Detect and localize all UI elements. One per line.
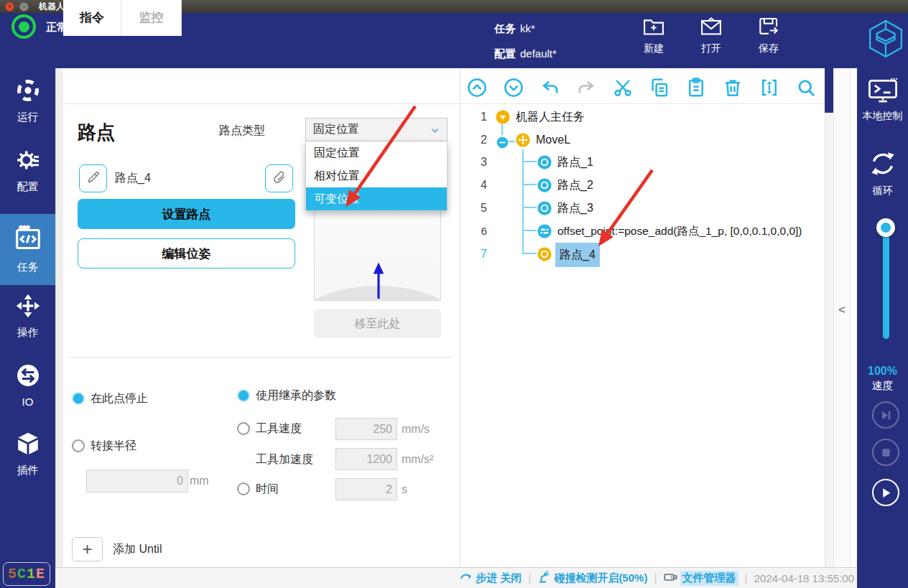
inherit-params-radio[interactable] xyxy=(237,389,250,402)
tab-monitor[interactable]: 监控 xyxy=(121,0,182,36)
tree-row-waypoint1[interactable]: 3 路点_1 xyxy=(460,151,819,174)
dropdown-option-variable[interactable]: 可变位置 xyxy=(306,187,447,210)
sidebar-item-config[interactable]: 配置 xyxy=(0,147,55,200)
add-until-button[interactable]: + xyxy=(72,537,103,561)
step-forward-button[interactable] xyxy=(872,401,899,429)
tool-accel-input[interactable] xyxy=(335,448,397,470)
tool-speed-input[interactable] xyxy=(335,418,397,440)
tree-node-label: 路点_2 xyxy=(557,174,593,197)
waypoint-type-select[interactable]: 固定位置 xyxy=(305,118,448,141)
sidebar-item-plugin[interactable]: 插件 xyxy=(0,431,55,484)
line-number: 1 xyxy=(460,106,487,129)
time-input[interactable] xyxy=(335,478,397,500)
line-number: 4 xyxy=(460,174,487,197)
move-down-button[interactable] xyxy=(501,75,527,101)
time-label: 时间 xyxy=(256,482,279,497)
app-window: × − 机器人图形化编程环境 正常模式 任务 kk* 配置 default* 新… xyxy=(0,0,908,588)
redo-button[interactable] xyxy=(573,75,599,101)
toolbar-divider xyxy=(460,103,825,104)
new-file-icon xyxy=(642,27,665,39)
insert-button[interactable] xyxy=(756,75,782,101)
search-icon[interactable] xyxy=(793,75,819,101)
tree-node-label: MoveL xyxy=(536,129,570,151)
save-button[interactable]: 保存 xyxy=(749,16,788,55)
cut-button[interactable] xyxy=(610,75,636,101)
tool-speed-unit: mm/s xyxy=(402,423,430,436)
task-label: 任务 xyxy=(494,22,516,36)
rename-button[interactable] xyxy=(79,164,107,192)
line-number: 7 xyxy=(460,243,487,266)
panel-gap xyxy=(55,68,63,588)
move-here-button[interactable]: 移至此处 xyxy=(314,309,441,338)
paperclip-icon xyxy=(272,170,287,187)
speed-label: 速度 xyxy=(857,379,908,393)
tool-accel-label: 工具加速度 xyxy=(256,452,313,467)
tool-speed-radio[interactable] xyxy=(237,422,250,435)
window-minimize-button[interactable]: − xyxy=(19,2,29,11)
sidebar-item-io[interactable]: IO xyxy=(0,363,55,416)
line-number: 6 xyxy=(460,220,487,243)
save-icon xyxy=(757,27,780,39)
status-separator: | xyxy=(528,571,531,584)
blend-radius-unit: mm xyxy=(190,475,209,487)
speed-slider-thumb[interactable] xyxy=(876,218,895,237)
sidebar-item-run[interactable]: 运行 xyxy=(0,78,55,131)
blend-radius-radio[interactable] xyxy=(72,439,85,452)
speed-slider-track[interactable] xyxy=(883,227,889,339)
waypoint-type-dropdown: 固定位置 相对位置 可变位置 xyxy=(305,141,448,211)
paste-button[interactable] xyxy=(683,75,709,101)
code-window-icon xyxy=(14,225,42,256)
local-control-button[interactable]: 本地控制 xyxy=(857,78,908,123)
time-radio[interactable] xyxy=(237,482,250,495)
tree-row-assignment[interactable]: 6 offset_point:=pose_add(路点_1_p, [0,0,0.… xyxy=(460,220,833,243)
open-button[interactable]: 打开 xyxy=(692,16,731,55)
dropdown-option-relative[interactable]: 相对位置 xyxy=(306,164,447,187)
blend-radius-input[interactable] xyxy=(86,470,188,493)
loop-icon xyxy=(868,149,897,180)
loop-button[interactable]: 循环 xyxy=(857,149,908,197)
collapse-panel-button[interactable]: < xyxy=(836,302,848,319)
move-arrows-icon xyxy=(15,293,41,321)
terminal-icon xyxy=(868,78,898,106)
usb-drive-icon xyxy=(664,571,677,585)
tool-speed-label: 工具速度 xyxy=(256,421,302,437)
tab-instruction[interactable]: 指令 xyxy=(63,0,121,36)
tree-row-waypoint4-selected[interactable]: 7 路点_4 xyxy=(460,243,819,266)
tree-scrollbar-thumb[interactable] xyxy=(825,68,833,113)
new-button[interactable]: 新建 xyxy=(634,16,673,55)
sidebar-item-operate[interactable]: 操作 xyxy=(0,293,55,346)
device-code-badge: 5C1E xyxy=(3,562,50,586)
tree-row-movel[interactable]: 2 MoveL xyxy=(460,129,819,151)
file-manager-status[interactable]: 文件管理器 xyxy=(664,571,738,586)
stop-button[interactable] xyxy=(872,439,899,466)
delete-button[interactable] xyxy=(720,75,746,101)
undo-button[interactable] xyxy=(537,75,563,101)
tree-row-root[interactable]: 1 机器人主任务 xyxy=(460,106,819,129)
play-button[interactable] xyxy=(872,479,899,506)
dropdown-option-fixed[interactable]: 固定位置 xyxy=(306,141,447,164)
tree-node-label: 路点_4 xyxy=(555,243,600,267)
gear-icon xyxy=(15,147,41,175)
tree-node-label: offset_point:=pose_add(路点_1_p, [0,0,0.1,… xyxy=(557,220,802,243)
tree-row-waypoint2[interactable]: 4 路点_2 xyxy=(460,174,819,197)
step-mode-status[interactable]: 步进 关闭 xyxy=(460,571,522,585)
edit-pose-button[interactable]: 编辑位姿 xyxy=(78,238,295,269)
open-file-icon xyxy=(700,27,723,39)
move-up-button[interactable] xyxy=(464,75,490,101)
page-title: 路点 xyxy=(78,120,115,145)
copy-button[interactable] xyxy=(647,75,672,101)
sidebar-item-task[interactable]: 任务 xyxy=(0,214,55,285)
run-icon xyxy=(15,78,41,106)
collision-status[interactable]: 碰撞检测开启(50%) xyxy=(537,571,647,585)
section-divider xyxy=(69,357,453,358)
window-close-button[interactable]: × xyxy=(5,2,14,11)
waypoint-selected-icon xyxy=(537,246,552,270)
add-until-label: 添加 Until xyxy=(113,542,162,557)
link-variable-button[interactable] xyxy=(265,164,293,192)
set-waypoint-button[interactable]: 设置路点 xyxy=(78,199,295,229)
stop-here-radio[interactable] xyxy=(72,392,85,405)
tree-scrollbar[interactable] xyxy=(825,68,833,567)
line-number: 3 xyxy=(460,151,487,174)
collision-icon xyxy=(537,571,551,585)
tree-row-waypoint3[interactable]: 5 路点_3 xyxy=(460,197,819,220)
